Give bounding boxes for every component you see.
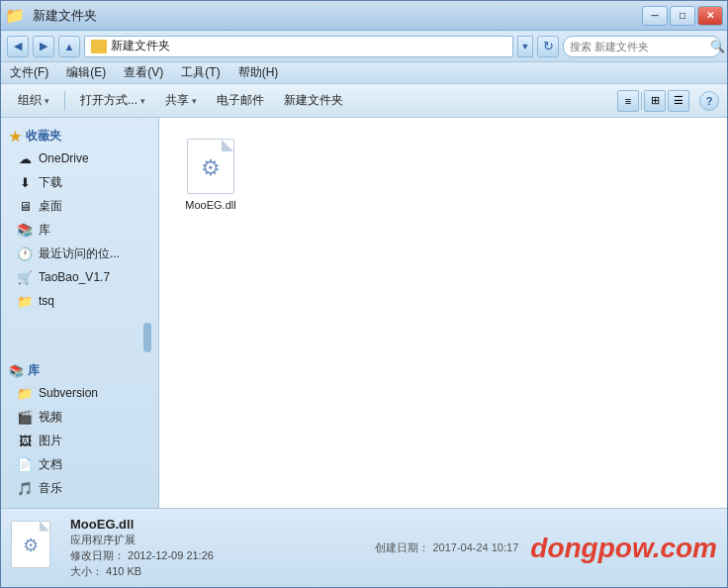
status-bar: ⚙ MooEG.dll 应用程序扩展 修改日期： 2012-12-09 21:2… xyxy=(1,508,727,587)
share-button[interactable]: 共享 ▾ xyxy=(156,88,206,114)
documents-icon: 📄 xyxy=(17,456,33,472)
status-file-icon: ⚙ xyxy=(11,521,58,576)
cloud-icon: ☁ xyxy=(17,150,33,166)
new-folder-button[interactable]: 新建文件夹 xyxy=(275,88,352,114)
status-filename: MooEG.dll xyxy=(70,517,363,532)
status-size: 大小： 410 KB xyxy=(70,564,363,579)
view-large-button[interactable]: ⊞ xyxy=(644,90,666,112)
sidebar-item-library[interactable]: 📚 库 xyxy=(1,218,158,242)
search-icon[interactable]: 🔍 xyxy=(710,40,725,53)
menu-tools[interactable]: 工具(T) xyxy=(178,63,223,82)
status-created: 创建日期： 2017-04-24 10:17 xyxy=(375,540,518,555)
sidebar-item-tsq[interactable]: 📁 tsq xyxy=(1,289,158,313)
status-info: MooEG.dll 应用程序扩展 修改日期： 2012-12-09 21:26 … xyxy=(70,517,363,579)
menu-file[interactable]: 文件(F) xyxy=(7,63,51,82)
minimize-button[interactable]: ─ xyxy=(642,6,668,26)
refresh-button[interactable]: ↻ xyxy=(537,36,559,57)
sidebar-item-desktop[interactable]: 🖥 桌面 xyxy=(1,194,158,218)
sidebar-item-pictures[interactable]: 🖼 图片 xyxy=(1,429,158,452)
view-details-button[interactable]: ≡ xyxy=(617,90,639,112)
search-input[interactable] xyxy=(570,41,706,52)
search-box: 🔍 xyxy=(563,36,721,57)
title-bar-left: 📁 新建文件夹 xyxy=(5,6,642,25)
sidebar-item-music[interactable]: 🎵 音乐 xyxy=(1,476,158,500)
dll-file-icon: ⚙ xyxy=(187,139,234,194)
title-bar: 📁 新建文件夹 ─ □ ✕ xyxy=(1,1,727,31)
gear-icon: ⚙ xyxy=(201,155,221,181)
folder-small-icon: 📁 xyxy=(17,293,33,309)
sidebar-favorites-title: ★ 收藢夹 xyxy=(1,124,158,147)
toolbar-separator xyxy=(64,91,65,111)
view-separator xyxy=(641,92,642,110)
menu-edit[interactable]: 编辑(E) xyxy=(63,63,109,82)
scrollbar-thumb[interactable] xyxy=(143,323,151,352)
open-button[interactable]: 打开方式... ▾ xyxy=(71,88,154,114)
sidebar-item-subversion[interactable]: 📁 Subversion xyxy=(1,381,158,405)
watermark: dongpow.com xyxy=(530,533,717,564)
status-meta: 创建日期： 2017-04-24 10:17 xyxy=(375,540,518,555)
address-text: 新建文件夹 xyxy=(111,38,170,54)
file-area[interactable]: ⚙ MooEG.dll xyxy=(159,118,727,508)
forward-button[interactable]: ▶ xyxy=(33,36,54,57)
folder-icon: 📁 xyxy=(5,6,25,25)
file-icon-wrapper: ⚙ xyxy=(184,138,237,195)
toolbar: 组织 ▾ 打开方式... ▾ 共享 ▾ 电子邮件 新建文件夹 ≡ ⊞ ☰ ? xyxy=(1,84,727,118)
back-button[interactable]: ◀ xyxy=(7,36,29,57)
close-button[interactable]: ✕ xyxy=(697,6,723,26)
sidebar-item-recent[interactable]: 🕐 最近访问的位... xyxy=(1,242,158,265)
menu-bar: 文件(F) 编辑(E) 查看(V) 工具(T) 帮助(H) xyxy=(1,62,727,84)
address-bar: ◀ ▶ ▲ 新建文件夹 ▼ ↻ 🔍 xyxy=(1,31,727,62)
video-icon: 🎬 xyxy=(17,409,33,425)
email-button[interactable]: 电子邮件 xyxy=(208,88,273,114)
sidebar: ★ 收藢夹 ☁ OneDrive ⬇ 下载 🖥 桌面 📚 库 🕐 最近访问的位 xyxy=(1,118,159,508)
library-folder-icon: 📚 xyxy=(9,364,24,378)
window-title: 新建文件夹 xyxy=(33,7,97,25)
sidebar-item-video[interactable]: 🎬 视频 xyxy=(1,405,158,429)
window-controls: ─ □ ✕ xyxy=(642,6,723,26)
menu-view[interactable]: 查看(V) xyxy=(121,63,166,82)
help-button[interactable]: ? xyxy=(699,91,719,111)
star-icon: ★ xyxy=(9,129,22,145)
file-label: MooEG.dll xyxy=(185,199,235,211)
organize-button[interactable]: 组织 ▾ xyxy=(9,88,58,114)
window: 📁 新建文件夹 ─ □ ✕ ◀ ▶ ▲ 新建文件夹 ▼ ↻ 🔍 文件(F) 编辑… xyxy=(0,0,728,588)
library-icon: 📚 xyxy=(17,222,33,238)
address-dropdown[interactable]: ▼ xyxy=(517,36,533,57)
content-area: ★ 收藢夹 ☁ OneDrive ⬇ 下载 🖥 桌面 📚 库 🕐 最近访问的位 xyxy=(1,118,727,508)
desktop-icon: 🖥 xyxy=(17,198,33,214)
music-icon: 🎵 xyxy=(17,480,33,496)
sidebar-item-onedrive[interactable]: ☁ OneDrive xyxy=(1,147,158,170)
address-path[interactable]: 新建文件夹 xyxy=(84,36,513,57)
folder-icon xyxy=(91,40,107,53)
menu-help[interactable]: 帮助(H) xyxy=(235,63,282,82)
sidebar-item-downloads[interactable]: ⬇ 下载 xyxy=(1,170,158,194)
sidebar-item-taobao[interactable]: 🛒 TaoBao_V1.7 xyxy=(1,265,158,289)
status-modified: 修改日期： 2012-12-09 21:26 xyxy=(70,548,363,563)
sidebar-spacer xyxy=(1,313,158,321)
status-dll-icon: ⚙ xyxy=(11,521,50,568)
taobao-icon: 🛒 xyxy=(17,269,33,285)
sidebar-library-title: 📚 库 xyxy=(1,358,158,381)
up-button[interactable]: ▲ xyxy=(58,36,80,57)
subversion-icon: 📁 xyxy=(17,385,33,401)
maximize-button[interactable]: □ xyxy=(670,6,695,26)
download-icon: ⬇ xyxy=(17,174,33,190)
sidebar-item-documents[interactable]: 📄 文档 xyxy=(1,452,158,476)
recent-icon: 🕐 xyxy=(17,245,33,261)
pictures-icon: 🖼 xyxy=(17,433,33,448)
status-type: 应用程序扩展 xyxy=(70,533,363,547)
view-small-button[interactable]: ☰ xyxy=(668,90,689,112)
file-item-mooeg[interactable]: ⚙ MooEG.dll xyxy=(171,130,250,219)
view-controls: ≡ ⊞ ☰ ? xyxy=(617,90,719,112)
status-gear-icon: ⚙ xyxy=(23,535,39,556)
